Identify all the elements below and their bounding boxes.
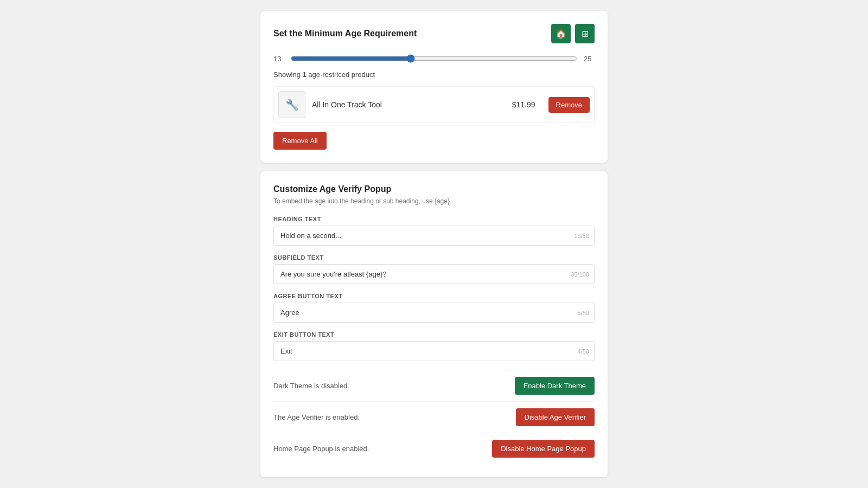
dark-theme-row: Dark Theme is disabled. Enable Dark Them…: [273, 370, 595, 401]
home-page-popup-status: Home Page Popup is enabled.: [273, 445, 369, 453]
agree-button-text-label: AGREE BUTTON TEXT: [273, 293, 595, 299]
age-verifier-row: The Age Verifier is enabled. Disable Age…: [273, 401, 595, 433]
exit-button-text-input[interactable]: [273, 341, 595, 361]
showing-suffix: age-restriced product: [307, 70, 375, 79]
product-price: $11.99: [512, 100, 535, 109]
subfield-text-input[interactable]: [273, 264, 595, 284]
agree-button-text-counter: 5/50: [578, 310, 589, 316]
heading-text-input[interactable]: [273, 226, 595, 246]
agree-button-text-input[interactable]: [273, 303, 595, 323]
heading-text-wrapper: 19/50: [273, 226, 595, 246]
product-name: All In One Track Tool: [312, 100, 506, 109]
subfield-text-group: SUBFIELD TEXT 35/100: [273, 254, 595, 284]
heading-text-group: HEADING TEXT 19/50: [273, 216, 595, 246]
customize-hint: To embed the age into the heading or sub…: [273, 197, 595, 205]
heading-text-label: HEADING TEXT: [273, 216, 595, 222]
exit-button-text-counter: 4/50: [578, 348, 589, 355]
home-page-popup-row: Home Page Popup is enabled. Disable Home…: [273, 433, 595, 464]
agree-button-text-group: AGREE BUTTON TEXT 5/50: [273, 293, 595, 323]
age-slider-section: 13 25: [273, 54, 595, 63]
exit-button-text-group: EXIT BUTTON TEXT 4/50: [273, 331, 595, 361]
card-title: Set the Minimum Age Requirement: [273, 29, 417, 38]
age-requirement-card: Set the Minimum Age Requirement 🏠 ⊞ 13 2…: [260, 11, 608, 163]
age-verifier-status: The Age Verifier is enabled.: [273, 413, 360, 421]
product-thumbnail: 🔧: [278, 91, 305, 118]
slider-min-label: 13: [273, 55, 284, 63]
exit-button-text-wrapper: 4/50: [273, 341, 595, 361]
home-icon-button[interactable]: 🏠: [551, 24, 571, 43]
disable-home-page-popup-button[interactable]: Disable Home Page Popup: [492, 440, 595, 458]
grid-icon: ⊞: [582, 29, 589, 39]
remove-all-button[interactable]: Remove All: [273, 132, 327, 150]
showing-count: 1: [302, 70, 306, 79]
home-icon: 🏠: [556, 29, 566, 39]
product-row: 🔧 All In One Track Tool $11.99 Remove: [273, 86, 595, 123]
card-header: Set the Minimum Age Requirement 🏠 ⊞: [273, 24, 595, 43]
age-slider[interactable]: [291, 54, 577, 63]
product-icon: 🔧: [285, 98, 299, 111]
exit-button-text-label: EXIT BUTTON TEXT: [273, 331, 595, 338]
heading-text-counter: 19/50: [574, 233, 589, 239]
agree-button-text-wrapper: 5/50: [273, 303, 595, 323]
showing-prefix: Showing: [273, 70, 302, 79]
subfield-text-wrapper: 35/100: [273, 264, 595, 284]
subfield-text-counter: 35/100: [571, 271, 589, 278]
showing-text: Showing 1 age-restriced product: [273, 70, 595, 79]
disable-age-verifier-button[interactable]: Disable Age Verifier: [516, 408, 595, 426]
grid-icon-button[interactable]: ⊞: [575, 24, 595, 43]
header-icons: 🏠 ⊞: [551, 24, 595, 43]
enable-dark-theme-button[interactable]: Enable Dark Theme: [515, 377, 595, 395]
remove-product-button[interactable]: Remove: [548, 97, 590, 113]
customize-title: Customize Age Verify Popup: [273, 184, 595, 194]
slider-max-label: 25: [584, 55, 595, 63]
subfield-text-label: SUBFIELD TEXT: [273, 254, 595, 261]
dark-theme-status: Dark Theme is disabled.: [273, 382, 349, 390]
customize-popup-card: Customize Age Verify Popup To embed the …: [260, 171, 608, 477]
action-bar: Save Changes Discard Changes: [260, 486, 608, 488]
